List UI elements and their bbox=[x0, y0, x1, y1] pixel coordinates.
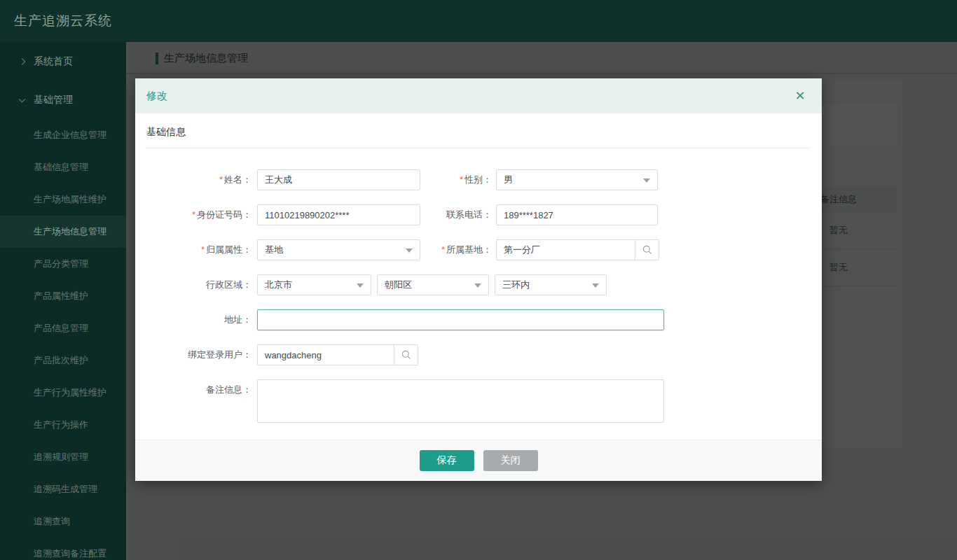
chevron-down-icon bbox=[474, 284, 481, 288]
sidebar-item-enterprise-info[interactable]: 生成企业信息管理 bbox=[0, 119, 126, 151]
region-city-select[interactable]: 朝阳区 bbox=[377, 274, 489, 295]
sidebar-item-product-info[interactable]: 产品信息管理 bbox=[0, 312, 126, 344]
base-search-group bbox=[496, 239, 659, 260]
name-label: *姓名： bbox=[146, 169, 257, 190]
close-icon[interactable]: ✕ bbox=[790, 78, 811, 113]
id-number-input[interactable] bbox=[257, 204, 420, 225]
attribution-label: *归属属性： bbox=[146, 239, 257, 260]
required-star: * bbox=[460, 174, 463, 185]
sidebar-item-trace-query-remark[interactable]: 追溯查询备注配置 bbox=[0, 538, 126, 560]
chevron-down-icon bbox=[592, 284, 599, 288]
sidebar-item-site-attr[interactable]: 生产场地属性维护 bbox=[0, 183, 126, 216]
chevron-down-icon bbox=[406, 248, 413, 253]
required-star: * bbox=[192, 209, 195, 220]
form-row: 行政区域： 北京市 朝阳区 三环内 bbox=[146, 274, 811, 295]
chevron-down-icon bbox=[357, 284, 364, 288]
section-title: 基础信息 bbox=[146, 126, 811, 139]
region-district-select[interactable]: 三环内 bbox=[495, 274, 607, 295]
form-row: 绑定登录用户： bbox=[146, 344, 811, 365]
app-title: 生产追溯云系统 bbox=[14, 0, 112, 42]
modal-body: 基础信息 *姓名： *性别： 男 *身份证号码： 联系电话： *归属属性： 基地 bbox=[135, 113, 822, 440]
id-number-label: *身份证号码： bbox=[146, 204, 257, 225]
base-label: *所属基地： bbox=[420, 239, 496, 260]
chevron-down-icon bbox=[643, 178, 650, 183]
sidebar-item-trace-rule[interactable]: 追溯规则管理 bbox=[0, 441, 126, 473]
name-input[interactable] bbox=[257, 169, 420, 190]
address-input[interactable] bbox=[257, 309, 664, 330]
form-row: *姓名： *性别： 男 bbox=[146, 169, 811, 190]
remark-label: 备注信息： bbox=[146, 379, 257, 400]
edit-form: *姓名： *性别： 男 *身份证号码： 联系电话： *归属属性： 基地 *所属基… bbox=[146, 169, 811, 423]
phone-label: 联系电话： bbox=[420, 204, 496, 225]
bind-user-search-group bbox=[257, 344, 418, 365]
sidebar-item-product-batch[interactable]: 产品批次维护 bbox=[0, 344, 126, 377]
required-star: * bbox=[201, 244, 205, 255]
form-row: 地址： bbox=[146, 309, 811, 330]
sidebar-item-home[interactable]: 系统首页 bbox=[0, 42, 126, 80]
sidebar-item-trace-query[interactable]: 追溯查询 bbox=[0, 505, 126, 538]
gender-select[interactable]: 男 bbox=[496, 169, 658, 190]
form-row: 备注信息： bbox=[146, 379, 811, 423]
sidebar-item-product-attr[interactable]: 产品属性维护 bbox=[0, 280, 126, 312]
modal-footer: 保存 关闭 bbox=[135, 440, 822, 481]
phone-input[interactable] bbox=[496, 204, 658, 225]
modal-header: 修改 ✕ bbox=[135, 78, 822, 113]
bind-user-search-button[interactable] bbox=[394, 344, 418, 365]
sidebar-item-label: 基础管理 bbox=[34, 94, 73, 105]
sidebar-item-basic-mgmt[interactable]: 基础管理 bbox=[0, 80, 126, 119]
edit-modal: 修改 ✕ 基础信息 *姓名： *性别： 男 *身份证号码： 联系电话： *归属属 bbox=[135, 78, 822, 481]
required-star: * bbox=[219, 174, 223, 185]
sidebar-item-site-info-active[interactable]: 生产场地信息管理 bbox=[0, 216, 126, 248]
app-header: 生产追溯云系统 bbox=[0, 0, 957, 42]
form-row: *身份证号码： 联系电话： bbox=[146, 204, 811, 225]
base-input[interactable] bbox=[496, 239, 635, 260]
bind-user-label: 绑定登录用户： bbox=[146, 344, 257, 365]
required-star: * bbox=[441, 244, 445, 255]
region-province-select[interactable]: 北京市 bbox=[257, 274, 371, 295]
base-search-button[interactable] bbox=[635, 239, 659, 260]
sidebar-item-trace-code[interactable]: 追溯码生成管理 bbox=[0, 473, 126, 505]
bind-user-input[interactable] bbox=[257, 344, 394, 365]
sidebar-item-product-category[interactable]: 产品分类管理 bbox=[0, 248, 126, 280]
attribution-select[interactable]: 基地 bbox=[257, 239, 420, 260]
chevron-right-icon bbox=[19, 58, 26, 65]
address-label: 地址： bbox=[146, 309, 257, 330]
region-label: 行政区域： bbox=[146, 274, 257, 295]
search-icon bbox=[401, 349, 412, 360]
gender-label: *性别： bbox=[420, 169, 496, 190]
search-icon bbox=[642, 244, 653, 255]
sidebar-item-basic-info[interactable]: 基础信息管理 bbox=[0, 151, 126, 183]
sidebar: 系统首页 基础管理 生成企业信息管理 基础信息管理 生产场地属性维护 生产场地信… bbox=[0, 42, 126, 560]
modal-title: 修改 bbox=[146, 78, 167, 113]
remark-textarea[interactable] bbox=[257, 379, 664, 423]
form-row: *归属属性： 基地 *所属基地： bbox=[146, 239, 811, 260]
sidebar-item-label: 系统首页 bbox=[34, 55, 73, 66]
sidebar-item-behavior-op[interactable]: 生产行为操作 bbox=[0, 409, 126, 441]
save-button[interactable]: 保存 bbox=[420, 450, 474, 471]
chevron-down-icon bbox=[19, 95, 26, 102]
close-button[interactable]: 关闭 bbox=[483, 450, 538, 471]
sidebar-item-behavior-attr[interactable]: 生产行为属性维护 bbox=[0, 377, 126, 409]
section-divider bbox=[146, 148, 811, 148]
